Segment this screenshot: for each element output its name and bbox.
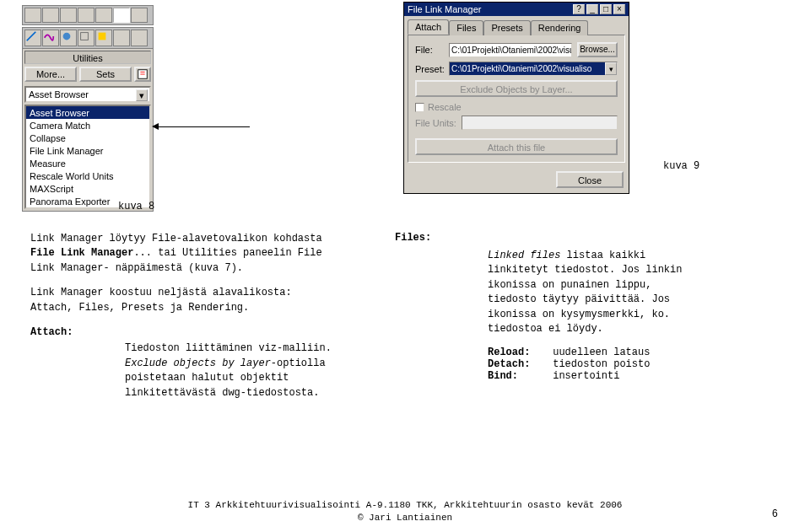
- help-button[interactable]: ?: [573, 4, 585, 14]
- sub-tab[interactable]: [113, 30, 130, 46]
- sub-tab[interactable]: [42, 30, 59, 46]
- sub-tab[interactable]: [78, 30, 94, 46]
- tool-tab[interactable]: [24, 8, 41, 23]
- sub-tab[interactable]: [131, 30, 148, 46]
- detach-label: Detach:: [488, 358, 547, 370]
- attach-file-button[interactable]: Attach this file: [415, 138, 618, 155]
- body-text: listaa kaikki linkitetyt tiedostot. Jos …: [488, 250, 682, 335]
- tool-tab[interactable]: [60, 8, 77, 23]
- tab-presets[interactable]: Presets: [483, 20, 530, 35]
- body-text-right: Files: Linked files listaa kaikki linkit…: [395, 232, 724, 382]
- list-item[interactable]: Asset Browser: [26, 106, 149, 119]
- checkbox-icon: [415, 103, 424, 112]
- list-item[interactable]: MAXScript: [26, 182, 149, 195]
- tool-tab[interactable]: [113, 8, 130, 23]
- close-dialog-button[interactable]: Close: [556, 171, 624, 188]
- flm-tabs: Attach Files Presets Rendering: [404, 16, 629, 35]
- chevron-down-icon[interactable]: ▾: [605, 62, 617, 75]
- file-link-manager-window: File Link Manager ? _ □ × Attach Files P…: [403, 2, 629, 194]
- sub-tab[interactable]: [60, 30, 77, 46]
- chevron-down-icon[interactable]: ▾: [136, 89, 148, 101]
- files-heading: Files:: [395, 232, 724, 244]
- utility-dropdown[interactable]: Asset Browser ▾: [24, 86, 151, 103]
- window-titlebar: File Link Manager ? _ □ ×: [404, 3, 629, 16]
- svg-point-1: [63, 33, 71, 40]
- list-item[interactable]: Collapse: [26, 132, 149, 144]
- bind-label: Bind:: [488, 370, 547, 382]
- attach-heading: Attach:: [30, 325, 334, 340]
- minimize-button[interactable]: _: [586, 4, 598, 14]
- pointer-arrow: [157, 126, 250, 127]
- reload-value: uudelleen lataus: [553, 347, 650, 358]
- file-units-label: File Units:: [415, 118, 456, 128]
- dropdown-value: Asset Browser: [29, 89, 89, 99]
- browse-button[interactable]: Browse...: [577, 42, 618, 57]
- body-text-bold: File Link Manager: [30, 247, 133, 259]
- svg-line-0: [27, 32, 36, 41]
- footer-line1: IT 3 Arkkitehtuurivisualisointi A-9.1180…: [0, 499, 810, 511]
- main-tool-tabs: [22, 5, 154, 25]
- detach-value: tiedoston poisto: [553, 358, 650, 370]
- more-button[interactable]: More...: [24, 67, 77, 82]
- page-footer: IT 3 Arkkitehtuurivisualisointi A-9.1180…: [0, 499, 810, 524]
- sub-tab[interactable]: [95, 30, 112, 46]
- body-text-italic: Linked files: [488, 250, 560, 261]
- file-label: File:: [415, 45, 444, 55]
- rescale-label: Rescale: [428, 102, 462, 112]
- tool-tab[interactable]: [131, 8, 148, 23]
- list-item[interactable]: Camera Match: [26, 119, 149, 132]
- preset-label: Preset:: [415, 64, 444, 74]
- rescale-checkbox[interactable]: Rescale: [415, 102, 618, 112]
- reload-label: Reload:: [488, 347, 547, 358]
- footer-line2: © Jari Lantiainen: [0, 512, 810, 524]
- sub-tab[interactable]: [24, 30, 41, 46]
- tab-rendering[interactable]: Rendering: [531, 20, 589, 35]
- tool-tab[interactable]: [95, 8, 112, 23]
- tab-files[interactable]: Files: [449, 20, 483, 35]
- tool-tab[interactable]: [42, 8, 59, 23]
- sets-button[interactable]: Sets: [79, 67, 132, 82]
- bind-value: insertointi: [553, 370, 619, 382]
- window-title: File Link Manager: [408, 3, 481, 16]
- close-button[interactable]: ×: [613, 4, 625, 14]
- preset-field[interactable]: C:\01Projekti\Otaniemi\2002\visualiso ▾: [449, 62, 618, 76]
- exclude-objects-button[interactable]: Exclude Objects by Layer...: [415, 80, 618, 97]
- file-field[interactable]: C:\01Projekti\Otaniemi\2002\visualiso: [449, 43, 572, 57]
- body-text: Tiedoston liittäminen viz-malliin.: [125, 342, 332, 354]
- utilities-title: Utilities: [24, 51, 151, 64]
- list-item[interactable]: File Link Manager: [26, 144, 149, 157]
- tab-attach[interactable]: Attach: [408, 19, 449, 35]
- config-button[interactable]: [134, 67, 151, 82]
- page-number: 6: [772, 508, 778, 520]
- body-text-italic: Exclude objects by layer: [125, 357, 271, 369]
- tool-tab[interactable]: [78, 8, 94, 23]
- maximize-button[interactable]: □: [600, 4, 612, 14]
- sub-tool-tabs: [22, 27, 154, 49]
- caption-kuva-9: kuva 9: [663, 160, 699, 172]
- list-item[interactable]: Rescale World Units: [26, 169, 149, 182]
- file-units-select[interactable]: [462, 116, 618, 130]
- utilities-panel: Utilities More... Sets Asset Browser ▾ A…: [22, 5, 154, 212]
- utilities-list: Asset Browser Camera Match Collapse File…: [24, 105, 151, 209]
- svg-rect-2: [81, 33, 89, 40]
- caption-kuva-8: kuva 8: [118, 201, 154, 212]
- pointer-arrow-head: [152, 123, 159, 130]
- preset-value: C:\01Projekti\Otaniemi\2002\visualiso: [451, 64, 591, 73]
- body-text: Link Manager löytyy File-alavetovalikon …: [30, 233, 322, 245]
- body-text: Link Manager koostuu neljästä alavalikos…: [30, 286, 334, 315]
- svg-rect-3: [99, 33, 106, 40]
- list-item[interactable]: Measure: [26, 157, 149, 169]
- body-text-left: Link Manager löytyy File-alavetovalikon …: [30, 232, 334, 400]
